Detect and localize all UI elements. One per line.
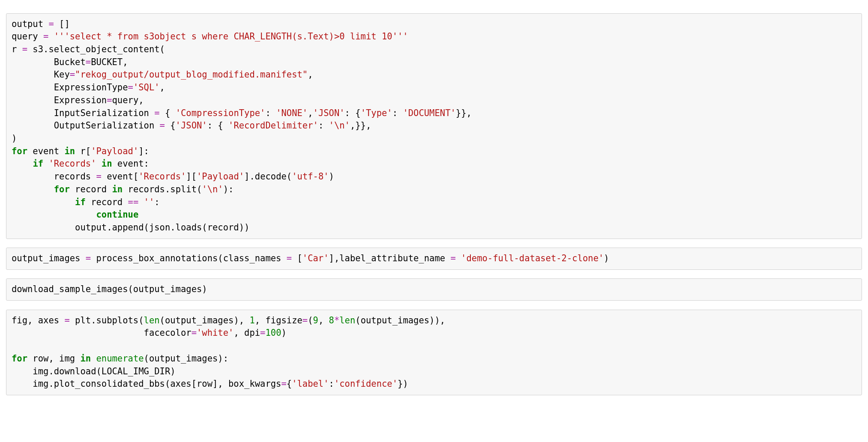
code-token: 'white' <box>197 328 233 338</box>
code-token: ): <box>223 184 234 194</box>
code-token: ].decode( <box>244 171 292 182</box>
code-token: : { <box>345 108 361 118</box>
code-token: ) <box>281 328 286 338</box>
code-token: ) <box>604 253 609 263</box>
code-cell-3[interactable]: download_sample_images(output_images) <box>6 278 862 301</box>
code-token: = <box>287 253 292 263</box>
code-token: Expression <box>12 95 107 105</box>
code-token: { <box>165 120 176 131</box>
code-token: if <box>75 197 86 207</box>
code-token: event <box>27 146 64 156</box>
code-token: enumerate <box>96 353 144 364</box>
code-token: == <box>128 197 139 207</box>
code-token: = <box>192 328 197 338</box>
code-token: = <box>96 171 101 182</box>
code-token: 'Records' <box>138 171 186 182</box>
code-token: = <box>107 95 112 105</box>
code-token: '' <box>144 197 155 207</box>
code-token: OutputSerialization <box>12 120 160 131</box>
code-token: r <box>12 44 22 54</box>
code-cell-2[interactable]: output_images = process_box_annotations(… <box>6 248 862 270</box>
code-token: s3.select_object_content( <box>27 44 165 54</box>
code-token <box>12 184 54 194</box>
code-token: = <box>281 379 286 389</box>
code-token: event: <box>112 158 149 169</box>
code-token: 'Type' <box>361 108 392 118</box>
code-token: 'RecordDelimiter' <box>228 120 318 131</box>
code-token: Key <box>12 69 70 80</box>
code-token: ,}}, <box>350 120 371 131</box>
code-token: 'JSON' <box>313 108 345 118</box>
code-token: : <box>329 379 334 389</box>
code-token: process_box_annotations(class_names <box>91 253 287 263</box>
code-token: = <box>48 19 54 29</box>
code-token <box>12 197 75 207</box>
code-token: = <box>302 315 308 326</box>
code-token: output.append(json.loads(record)) <box>12 222 249 233</box>
code-token: in <box>102 158 112 169</box>
code-token: output_images <box>12 253 86 263</box>
code-token <box>43 158 48 169</box>
code-token: 'Payload' <box>91 146 138 156</box>
code-token: ],label_attribute_name <box>329 253 451 263</box>
code-token: : <box>318 120 329 131</box>
code-token: (output_images), <box>160 315 250 326</box>
code-token: * <box>334 315 339 326</box>
code-token: , <box>318 315 329 326</box>
code-token: 'NONE' <box>276 108 308 118</box>
code-token: , <box>160 82 165 93</box>
code-token: : <box>154 197 159 207</box>
code-token: { <box>287 379 292 389</box>
code-token: BUCKET, <box>91 57 128 67</box>
code-token: 'Records' <box>48 158 96 169</box>
code-token: [] <box>54 19 70 29</box>
code-cell-4[interactable]: fig, axes = plt.subplots(len(output_imag… <box>6 310 862 395</box>
code-token: for <box>54 184 70 194</box>
code-token: img.plot_consolidated_bbs(axes[row], box… <box>12 379 281 389</box>
code-token: , dpi <box>233 328 260 338</box>
code-token: InputSerialization <box>12 108 154 118</box>
code-token: record <box>86 197 128 207</box>
code-token: 'Payload' <box>197 171 244 182</box>
code-token: }}, <box>456 108 472 118</box>
code-token: query <box>12 31 43 42</box>
code-token: '''select * from s3object s where CHAR_L… <box>54 31 408 42</box>
code-token: continue <box>96 209 138 220</box>
code-token: query, <box>112 95 144 105</box>
code-token: plt.subplots( <box>70 315 144 326</box>
code-token: = <box>43 31 48 42</box>
code-token: = <box>70 69 75 80</box>
code-token: ) <box>12 133 17 143</box>
code-token: len <box>339 315 355 326</box>
code-token <box>138 197 144 207</box>
code-token: records <box>12 171 96 182</box>
code-token: output <box>12 19 48 29</box>
code-token <box>48 31 54 42</box>
code-token: download_sample_images(output_images) <box>12 284 207 294</box>
code-token: = <box>22 44 27 54</box>
code-token: ][ <box>186 171 197 182</box>
code-token: '\n' <box>329 120 350 131</box>
code-token: ]: <box>138 146 149 156</box>
code-token: = <box>260 328 265 338</box>
code-token: = <box>86 57 91 67</box>
code-token: for <box>12 353 27 364</box>
code-token: : { <box>207 120 228 131</box>
code-token: "rekog_output/output_blog_modified.manif… <box>75 69 308 80</box>
code-token: in <box>112 184 123 194</box>
code-token: , <box>308 69 313 80</box>
code-token: 'Car' <box>302 253 329 263</box>
code-token: records.split( <box>123 184 202 194</box>
code-token: (output_images): <box>144 353 228 364</box>
code-cell-1[interactable]: output = [] query = '''select * from s3o… <box>6 13 862 239</box>
code-token: = <box>86 253 91 263</box>
code-token: 'CompressionType' <box>176 108 266 118</box>
code-token: 9 <box>313 315 318 326</box>
code-token: 'utf-8' <box>292 171 329 182</box>
code-token <box>91 353 96 364</box>
code-token: , <box>308 108 313 118</box>
code-token: , figsize <box>255 315 302 326</box>
code-token: event[ <box>102 171 138 182</box>
code-token: { <box>160 108 176 118</box>
code-token: if <box>33 158 43 169</box>
